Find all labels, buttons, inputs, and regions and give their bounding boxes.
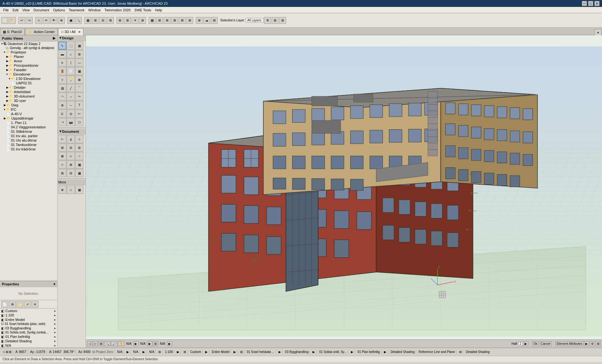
tool-elevation-t[interactable]: ⊣ (58, 118, 66, 126)
bottom-layer4-arrow[interactable]: ▶ (383, 350, 388, 354)
menu-twinmotion[interactable]: Twinmotion 2020 (103, 8, 132, 13)
toolbar-zoom-in[interactable]: 🔍 (75, 17, 82, 24)
bottom-layer1[interactable]: 01 Svart helskala ... (245, 350, 276, 354)
menu-swetools[interactable]: SWE Tools (132, 8, 153, 13)
tool-door[interactable]: 🚪 (58, 67, 66, 75)
bottom-coord-c[interactable]: Az: 8400 to Project Zero (77, 350, 115, 354)
tree-toggle-3ddok[interactable]: ▶ (6, 95, 8, 98)
vp-settings[interactable]: ⚙ (590, 341, 595, 346)
document-section-header[interactable]: ▾ Document (58, 129, 86, 134)
bottom-zoom-icon[interactable]: ⊞ (182, 350, 188, 354)
vp-arrow2[interactable]: ▶ (147, 341, 152, 346)
tool-zone[interactable]: ⊠ (75, 76, 83, 84)
close-button[interactable]: ✕ (594, 1, 599, 6)
tree-item-fasader[interactable]: ▶ 📁 Fasader (0, 68, 57, 72)
tab-plan10[interactable]: ▦ 0. Plan10 (0, 28, 25, 35)
tool-detail[interactable]: ◎ (67, 109, 75, 118)
tree-item-3dvy[interactable]: ▶ 📁 3D-vyer (0, 98, 57, 103)
tree-toggle-arbetsblad[interactable]: ▶ (6, 90, 8, 93)
minimize-button[interactable]: ─ (582, 1, 587, 6)
doc-tool-2[interactable]: ∡ (67, 135, 75, 143)
vp-3d-btn[interactable]: ⊞ (153, 341, 158, 346)
vp-arrow3[interactable]: ▶ (167, 341, 172, 346)
tree-item-project[interactable]: ▾ 🏗 Gtuterinet 22 Etapp 2 (0, 42, 57, 46)
toolbar-floor-plan[interactable]: ▦ (149, 17, 155, 24)
tree-item-invalu[interactable]: 📄 01 Inv alu. partier (0, 134, 57, 138)
design-section-header[interactable]: ▾ Design (58, 35, 86, 41)
tool-camera[interactable]: 📷 (67, 118, 75, 126)
toolbar-undo[interactable]: ↩ (18, 17, 25, 24)
doc-tool-5[interactable]: ⊟ (67, 143, 75, 152)
doc-tool-12[interactable]: ▦ (75, 160, 83, 169)
tree-toggle[interactable]: ▾ (1, 42, 3, 45)
tool-marquee[interactable]: ⬚ (67, 42, 75, 50)
toolbar-open[interactable]: 📂 (9, 17, 16, 24)
tree-item-arbetsblad[interactable]: ▶ 📁 Arbetsblad (0, 90, 57, 94)
bottom-custom-arrow[interactable]: ▶ (204, 350, 209, 354)
bottom-layer5[interactable]: Detailed Shading (389, 350, 416, 354)
tree-item-uppstallningar[interactable]: ▶ 📁 Uppställningar (0, 116, 57, 120)
tool-polyline[interactable]: ⌒ (75, 84, 83, 92)
more-tool-2[interactable]: □ (67, 186, 75, 194)
tree-item-detaljer[interactable]: ▶ 📁 Detaljer (0, 85, 57, 90)
tool-beam[interactable]: — (75, 59, 83, 67)
toolbar-elevation[interactable]: ⊞ (171, 17, 178, 24)
tab-action-center[interactable]: ⚡ Action Center (25, 28, 58, 35)
toolbar-new[interactable]: ⬜ (1, 17, 8, 24)
tree-toggle-detaljer[interactable]: ▶ (6, 86, 8, 89)
tree-item-inv-tra[interactable]: 📄 01 Inv trädrörrar (0, 147, 57, 151)
prop-new-btn[interactable]: 📄 (1, 301, 8, 308)
tree-item-planer[interactable]: ▶ 📁 Planer (0, 54, 57, 59)
doc-tool-3[interactable]: ⊹ (75, 135, 83, 143)
toolbar-snap[interactable]: ⊕ (58, 17, 65, 24)
toolbar-cloud[interactable]: ☁ (203, 17, 210, 24)
bottom-custom[interactable]: Custom (189, 350, 202, 354)
vp-ok-btn[interactable]: Ok (532, 341, 539, 346)
tree-item-utv[interactable]: 📄 01 Utv alu.dörrar (0, 138, 57, 143)
toolbar-lock[interactable]: ⊞ (272, 17, 278, 24)
tab-list-button[interactable]: ▾ (594, 29, 601, 36)
status-na[interactable]: ◧ N/A ▶ (0, 343, 57, 348)
doc-tool-13[interactable]: ⊞ (58, 169, 66, 177)
bottom-layer4[interactable]: 01 Plan befintlig (356, 350, 381, 354)
doc-tool-7[interactable]: ⊠ (58, 152, 66, 160)
viewport[interactable]: x z ◁ ▷ ⊞ 🔍 🔎 ✋ N/A ▶ N/A ▶ ⊞ (86, 35, 602, 348)
tool-window[interactable]: ⬜ (67, 67, 75, 75)
status-pen[interactable]: U 01 Svart helskala (plan, sekt) ▶ (0, 322, 57, 326)
vp-pan[interactable]: ✋ (118, 341, 124, 346)
tree-item-plan11[interactable]: 📄 1. Plan 11 (0, 120, 57, 125)
toolbar-redo[interactable]: ↪ (26, 17, 33, 24)
tree-item-shortcut[interactable]: 📎 Genväg - allt synligt & detaljerat (0, 46, 57, 50)
doc-tool-6[interactable]: ⊞ (75, 143, 83, 152)
status-bygg[interactable]: ◧ 03 Bygghandling ▶ (0, 326, 57, 330)
doc-tool-14[interactable]: ⊟ (67, 169, 75, 177)
vp-half-btn[interactable]: ▶ (523, 341, 528, 346)
bottom-layer3-arrow[interactable]: ▶ (350, 350, 355, 354)
doc-tool-4[interactable]: ⊞ (58, 143, 66, 152)
views-header[interactable]: Public Views ▶ (0, 35, 57, 42)
doc-tool-10[interactable]: ⊹ (58, 160, 66, 169)
tree-toggle-elev[interactable]: ▾ (6, 73, 8, 76)
tree-toggle-dwg[interactable]: ▶ (4, 104, 6, 107)
tool-column[interactable]: | (67, 59, 75, 67)
tree-item-3ddokument[interactable]: ▶ 📁 3D-dokument (0, 94, 57, 98)
tree-item-princip[interactable]: ▶ 📁 Principsektioner (0, 63, 57, 68)
tab-3d-close[interactable]: ✕ (78, 30, 81, 34)
toolbar-select[interactable]: ⊹ (35, 17, 42, 24)
toolbar-sun[interactable]: ☀ (132, 17, 138, 24)
menu-document[interactable]: Document (31, 8, 51, 13)
menu-file[interactable]: File (1, 8, 11, 13)
tool-arc[interactable]: ◠ (58, 92, 66, 101)
toolbar-detail[interactable]: ⊞ (179, 17, 186, 24)
tool-label[interactable]: ⊏ (58, 109, 66, 118)
toolbar-3d[interactable]: ⊞ (124, 17, 131, 24)
menu-view[interactable]: View (20, 8, 32, 13)
tree-item-a40v[interactable]: 📄 A-40-V (0, 112, 57, 116)
toolbar-3d-view[interactable]: ⊞ (156, 17, 163, 24)
bottom-refplane[interactable]: Reference Line and Plane (417, 350, 457, 354)
prop-folder-btn[interactable]: 📁 (16, 301, 23, 308)
tool-stair[interactable]: ≡ (58, 59, 66, 67)
bottom-coord-a[interactable]: A: 8657 (14, 350, 28, 354)
tab-3d-all[interactable]: □ 3D / All ✕ (58, 28, 83, 35)
toolbar-section[interactable]: ⊞ (92, 17, 99, 24)
